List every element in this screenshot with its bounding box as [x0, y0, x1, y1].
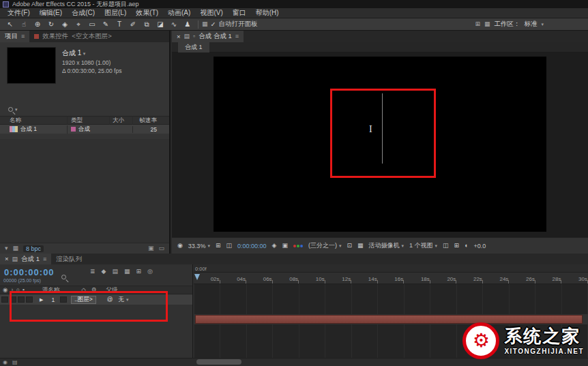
eye-toggle[interactable] [1, 296, 8, 303]
show-snapshot-icon[interactable]: ▣ [282, 243, 288, 249]
column-framerate[interactable]: 帧速率 [140, 117, 158, 123]
graph-editor-icon[interactable]: ◎ [147, 269, 153, 275]
roto-brush-tool[interactable]: ∿ [167, 21, 181, 28]
new-comp-icon[interactable]: ▣ [148, 245, 154, 251]
workspace-grid-icon[interactable]: ⊞ [475, 21, 480, 27]
brush-tool[interactable]: ✐ [126, 21, 140, 28]
menu-item[interactable]: 帮助(H) [251, 8, 284, 18]
hand-tool[interactable]: ☝ [17, 21, 31, 28]
ruler-tick: 28s [535, 276, 562, 284]
tab-timeline-comp1[interactable]: × ▤ 合成 1 ≡ [0, 254, 51, 264]
workspace-caret-icon[interactable]: ▾ [541, 22, 544, 27]
menu-item[interactable]: 图层(L) [100, 8, 131, 18]
selection-tool[interactable]: ↖ [3, 21, 17, 28]
timeline-current-time[interactable]: 0:00:00:00 [4, 267, 55, 277]
comp-name-caret-icon[interactable]: ▾ [83, 51, 86, 56]
magnification-dropdown[interactable]: 33.3% ▾ [188, 243, 210, 249]
tab-project[interactable]: 项目 ≡ [0, 31, 29, 42]
frame-blending-icon[interactable]: ▦ [124, 269, 130, 275]
workspace-value[interactable]: 标准 [524, 20, 537, 29]
view-layout-dropdown[interactable]: 1 个视图 ▾ [409, 241, 437, 250]
shape-tool[interactable]: ▭ [85, 21, 99, 28]
workspace-panel-icon[interactable]: ▦ [484, 21, 490, 27]
panel-menu-icon[interactable]: ≡ [21, 33, 25, 40]
menu-item[interactable]: 文件(F) [3, 8, 35, 18]
menu-item[interactable]: 合成(C) [67, 8, 100, 18]
interpret-footage-icon[interactable]: ▾ [5, 245, 8, 251]
panel-group-icon [34, 34, 39, 39]
auto-open-label[interactable]: 自动打开面板 [218, 20, 257, 29]
eye-icon[interactable]: ◉ [3, 287, 8, 293]
panel-icon[interactable]: ▦ [202, 21, 208, 27]
viewer-tab-comp1[interactable]: 合成 1 [178, 42, 209, 52]
time-navigator[interactable] [194, 264, 588, 273]
panel-menu-icon[interactable]: ≡ [43, 256, 46, 262]
row-type: 合成 [78, 125, 90, 134]
tab-render-queue[interactable]: 渲染队列 [51, 254, 87, 264]
draft-3d-icon[interactable]: ◆ [102, 269, 106, 275]
pan-behind-tool[interactable]: ⌖ [72, 21, 85, 28]
horizontal-scrollbar[interactable] [196, 359, 241, 365]
pixel-aspect-icon[interactable]: ◫ [443, 243, 449, 249]
mask-visibility-icon[interactable]: ◫ [226, 243, 232, 249]
fast-previews-icon[interactable]: ⊞ [454, 243, 460, 249]
title-bar: Adobe After Effects CC 2015 - 无标题项目.aep [0, 0, 588, 8]
rotation-tool[interactable]: ↻ [44, 21, 58, 28]
menu-item[interactable]: 编辑(E) [35, 8, 67, 18]
grid-guides-icon[interactable]: ⊞ [216, 243, 221, 249]
expand-in-out-icon[interactable]: ▤ [12, 360, 18, 365]
toggle-switches-modes-icon[interactable]: ◉ [3, 360, 8, 365]
close-icon[interactable]: × [5, 256, 9, 262]
region-of-interest-icon[interactable]: ⊡ [347, 243, 352, 249]
comp-size: 1920 x 1080 (1.00) [62, 59, 121, 67]
exposure-value[interactable]: +0.0 [474, 243, 486, 249]
composition-mini-flowchart-icon[interactable]: ≣ [90, 269, 95, 275]
time-ruler[interactable]: 02s04s06s08s10s12s14s16s18s20s22s24s26s2… [194, 273, 588, 284]
project-bit-depth[interactable]: 8 bpc [23, 245, 44, 252]
comp-viewport[interactable]: I [172, 52, 588, 237]
channels-icon[interactable] [293, 245, 303, 247]
menu-bar: 文件(F)编辑(E)合成(C)图层(L)效果(T)动画(A)视图(V)窗口帮助(… [0, 8, 588, 18]
resolution-dropdown[interactable]: (三分之一) ▾ [308, 241, 342, 250]
current-time[interactable]: 0:00:00:00 [237, 243, 267, 249]
zoom-tool[interactable]: ⊕ [31, 21, 44, 28]
snapshot-icon[interactable]: ◈ [272, 243, 277, 249]
menu-item[interactable]: 视图(V) [195, 8, 227, 18]
column-name[interactable]: 名称 [10, 117, 21, 125]
project-row-comp1[interactable]: 合成 1 合成 25 [0, 125, 169, 134]
tab-composition[interactable]: × ▤ ▫ 合成 合成 1 ≡ [172, 31, 244, 42]
puppet-pin-tool[interactable]: ♟ [181, 21, 194, 28]
exposure-icon[interactable]: ◐ [465, 243, 468, 249]
comp-thumbnail[interactable] [7, 47, 56, 84]
hide-shy-layers-icon[interactable]: ▤ [112, 269, 118, 275]
camera-tool[interactable]: ◈ [58, 21, 72, 28]
search-caret-icon: ▾ [15, 107, 18, 112]
project-search[interactable]: ▾ [8, 107, 169, 112]
menu-item[interactable]: 动画(A) [163, 8, 195, 18]
close-icon[interactable]: × [177, 33, 181, 40]
motion-blur-icon[interactable]: ⊞ [136, 269, 142, 275]
clone-stamp-tool[interactable]: ⧉ [140, 21, 153, 28]
pen-tool[interactable]: ✎ [99, 21, 113, 28]
timeline-search[interactable] [61, 270, 66, 282]
project-panel: 项目 ≡ 效果控件 <空文本图层> 合成 1 ▾ 1920 x 1080 (1.… [0, 31, 171, 254]
auto-open-checkbox[interactable]: ✓ [211, 21, 216, 28]
comp-name[interactable]: 合成 1 [62, 49, 81, 57]
menu-item[interactable]: 窗口 [228, 8, 251, 18]
text-tool[interactable]: T [113, 21, 126, 28]
create-folder-icon[interactable]: ▦ [13, 245, 19, 251]
trash-icon[interactable]: ▭ [158, 245, 164, 251]
ruler-tick: 18s [404, 276, 430, 284]
transparency-grid-icon[interactable]: ▦ [357, 243, 364, 249]
column-type[interactable]: 类型 [71, 117, 83, 125]
row-name: 合成 1 [20, 125, 37, 134]
ruler-tick: 12s [325, 276, 352, 284]
tab-effect-controls[interactable]: 效果控件 <空文本图层> [29, 31, 117, 42]
eraser-tool[interactable]: ◪ [153, 21, 167, 28]
active-camera-dropdown[interactable]: 活动摄像机 ▾ [369, 241, 405, 250]
panel-menu-icon[interactable]: ≡ [235, 33, 239, 40]
always-preview-icon[interactable]: ◉ [177, 243, 183, 249]
column-size[interactable]: 大小 [113, 117, 124, 123]
lock-icon[interactable]: ▫ [193, 33, 195, 40]
menu-item[interactable]: 效果(T) [131, 8, 163, 18]
